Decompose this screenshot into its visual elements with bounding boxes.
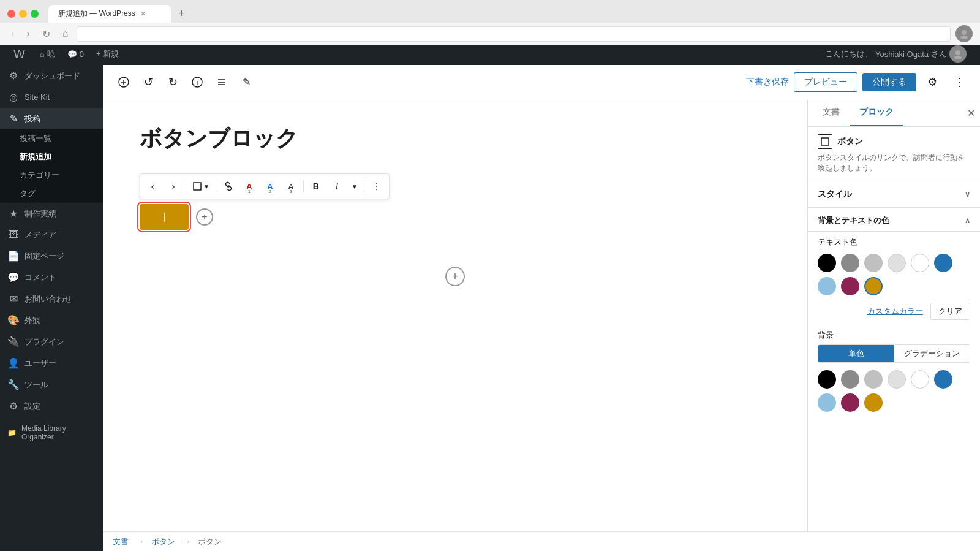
new-post-item[interactable]: + 新規	[90, 43, 125, 65]
bg-color-black[interactable]	[818, 370, 836, 389]
breadcrumb-doc[interactable]: 文書	[113, 536, 129, 547]
bg-color-gold[interactable]	[864, 393, 883, 412]
italic-button[interactable]: I	[327, 177, 347, 196]
undo-button[interactable]: ↺	[137, 71, 159, 93]
sidebar-item-posts-list[interactable]: 投稿一覧	[0, 129, 103, 148]
breadcrumb-btn[interactable]: ボタン	[151, 536, 175, 547]
bg-color-light-gray[interactable]	[888, 370, 906, 389]
tab-document[interactable]: 文書	[813, 99, 850, 126]
comments-item[interactable]: 💬 0	[61, 43, 90, 65]
tools-button[interactable]: ✎	[235, 71, 257, 93]
tab-close-icon[interactable]: ✕	[140, 10, 146, 18]
prev-block-button[interactable]: ‹	[143, 177, 162, 196]
sidebar-item-tools[interactable]: 🔧 ツール	[0, 374, 103, 395]
users-icon: 👤	[7, 357, 20, 369]
new-tab-button[interactable]: +	[173, 5, 190, 23]
text-color-blue[interactable]	[934, 254, 952, 272]
sidebar-item-contact[interactable]: ✉ お問い合わせ	[0, 288, 103, 310]
sidebar-label-plugins: プラグイン	[24, 336, 64, 348]
sidebar-item-users[interactable]: 👤 ユーザー	[0, 352, 103, 374]
clear-text-color-button[interactable]: クリア	[930, 303, 970, 320]
bg-color-white[interactable]	[911, 370, 929, 389]
sidebar-item-plugins[interactable]: 🔌 プラグイン	[0, 331, 103, 352]
wp-button-block[interactable]: |	[140, 204, 189, 230]
bg-color-light-blue[interactable]	[818, 393, 836, 412]
text-color-burgundy[interactable]	[841, 277, 859, 295]
sidebar-item-portfolio[interactable]: ★ 制作実績	[0, 203, 103, 224]
button-block-wrapper: | +	[140, 204, 771, 230]
close-button[interactable]	[7, 10, 15, 18]
bold-button[interactable]: B	[306, 177, 326, 196]
add-button-inline[interactable]: +	[196, 208, 213, 226]
text-color-light-blue[interactable]	[818, 277, 836, 295]
block-type-button[interactable]: ▼	[189, 179, 213, 194]
add-block-center[interactable]: +	[445, 267, 465, 286]
bg-color-blue[interactable]	[934, 370, 952, 389]
text-color-button-1[interactable]: A 1	[239, 177, 259, 196]
settings-icon: ⚙	[7, 400, 20, 412]
breadcrumb-arrow-2: →	[183, 537, 190, 546]
sidebar-item-pages[interactable]: 📄 固定ページ	[0, 245, 103, 267]
wp-logo-item[interactable]: W	[7, 43, 34, 65]
sidebar-item-settings[interactable]: ⚙ 設定	[0, 395, 103, 417]
text-color-white[interactable]	[911, 254, 929, 272]
reload-button[interactable]: ↻	[39, 27, 54, 41]
bg-tab-gradient[interactable]: グラデーション	[894, 345, 970, 362]
save-draft-button[interactable]: 下書き保存	[746, 77, 789, 88]
sidebar-item-posts[interactable]: ✎ 投稿	[0, 108, 103, 129]
color-section-header[interactable]: 背景とテキストの色 ∧	[808, 208, 980, 232]
bg-tab-solid[interactable]: 単色	[818, 345, 894, 362]
sidebar-item-categories[interactable]: カテゴリー	[0, 166, 103, 184]
sidebar-item-tags[interactable]: タグ	[0, 184, 103, 203]
style-section-header[interactable]: スタイル ∨	[808, 181, 980, 208]
sidebar-item-dashboard[interactable]: ⚙ ダッシュボード	[0, 65, 103, 86]
add-block-button[interactable]	[113, 71, 135, 93]
publish-button[interactable]: 公開する	[862, 73, 916, 91]
maximize-button[interactable]	[31, 10, 39, 18]
post-title[interactable]: ボタンブロック	[140, 124, 771, 154]
tab-block[interactable]: ブロック	[850, 99, 903, 126]
text-color-button-2[interactable]: A 2	[260, 177, 280, 196]
link-button[interactable]	[219, 177, 238, 196]
bg-label: 背景	[808, 325, 980, 344]
bg-color-dark-gray[interactable]	[841, 370, 859, 389]
text-color-black[interactable]	[818, 254, 836, 272]
list-view-button[interactable]	[211, 71, 233, 93]
right-panel: 文書 ブロック ✕ ボタン ボタンスタイルのリンクで、訪問者に行動を喚起しましょ…	[807, 99, 980, 531]
text-color-medium-gray[interactable]	[864, 254, 883, 272]
info-button[interactable]: i	[186, 71, 208, 93]
url-bar[interactable]	[77, 26, 951, 42]
custom-color-button[interactable]: カスタムカラー	[867, 306, 923, 317]
sidebar-item-appearance[interactable]: 🎨 外観	[0, 310, 103, 331]
sidebar-plugin-item[interactable]: 📁 Media Library Organizer	[0, 417, 103, 446]
browser-tab[interactable]: 新規追加 — WordPress ✕	[48, 5, 171, 23]
text-color-light-gray[interactable]	[888, 254, 906, 272]
text-color-button-3[interactable]: A 3	[281, 177, 301, 196]
sidebar-item-comments[interactable]: 💬 コメント	[0, 267, 103, 288]
redo-button[interactable]: ↻	[162, 71, 184, 93]
panel-close-button[interactable]: ✕	[967, 107, 975, 119]
block-more-button[interactable]: ⋮	[367, 177, 386, 196]
text-color-gold[interactable]	[864, 277, 883, 295]
sidebar-item-media[interactable]: 🖼 メディア	[0, 224, 103, 245]
home-button[interactable]: ⌂	[59, 27, 72, 40]
user-greeting[interactable]: こんにちは、 Yoshiaki Ogata さん	[819, 43, 973, 65]
site-name-item[interactable]: ⌂ 暁	[34, 43, 61, 65]
text-color-dark-gray[interactable]	[841, 254, 859, 272]
browser-nav: ‹ › ↻ ⌂	[0, 23, 980, 45]
sidebar-item-sitekit[interactable]: ◎ Site Kit	[0, 86, 103, 108]
more-options-button[interactable]: ⋮	[948, 71, 970, 93]
next-block-button[interactable]: ›	[164, 177, 183, 196]
browser-avatar	[956, 25, 973, 42]
settings-button[interactable]: ⚙	[921, 71, 943, 93]
bg-color-medium-gray[interactable]	[864, 370, 883, 389]
bg-color-burgundy[interactable]	[841, 393, 859, 412]
forward-button[interactable]: ›	[23, 27, 33, 40]
back-button[interactable]: ‹	[7, 27, 18, 40]
browser-tab-bar: 新規追加 — WordPress ✕ +	[0, 0, 980, 23]
more-text-button[interactable]: ▼	[348, 181, 361, 192]
preview-button[interactable]: プレビュー	[794, 72, 858, 92]
minimize-button[interactable]	[19, 10, 27, 18]
sidebar-item-new-post[interactable]: 新規追加	[0, 148, 103, 166]
wp-main: ⚙ ダッシュボード ◎ Site Kit ✎ 投稿 投稿一覧 新規追加 カテゴリ…	[0, 65, 980, 551]
